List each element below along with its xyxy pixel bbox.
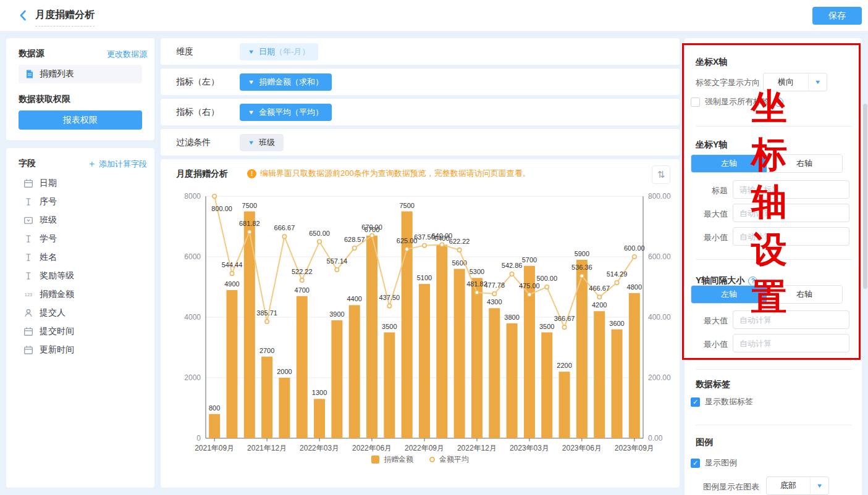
axis-min-input[interactable]: [733, 227, 849, 246]
field-item[interactable]: 姓名: [6, 248, 154, 267]
line-point[interactable]: [248, 230, 251, 234]
scrollbar-thumb[interactable]: [863, 104, 867, 289]
line-point[interactable]: [230, 272, 234, 275]
bar[interactable]: [471, 278, 482, 438]
line-point[interactable]: [405, 248, 408, 251]
check-icon: ✓: [693, 398, 698, 406]
bar[interactable]: [541, 333, 552, 439]
line-point[interactable]: [475, 291, 479, 294]
show-data-label-checkbox[interactable]: ✓: [691, 397, 700, 407]
legend-item[interactable]: 金额平均: [429, 454, 469, 465]
dimension-pill[interactable]: ▼ 日期（年-月）: [240, 43, 318, 60]
left-axis-tab[interactable]: 左轴: [691, 155, 767, 172]
bar[interactable]: [349, 305, 360, 438]
line-point[interactable]: [387, 304, 391, 307]
bar[interactable]: [436, 244, 447, 438]
line-point[interactable]: [615, 281, 618, 285]
line-point[interactable]: [492, 292, 496, 296]
add-calc-field-button[interactable]: ＋ 添加计算字段: [87, 158, 147, 170]
svg-text:4000: 4000: [184, 313, 201, 322]
field-item[interactable]: 123捐赠金额: [6, 285, 154, 304]
label-direction-dropdown[interactable]: 横向 ▼: [763, 73, 827, 91]
svg-text:2000: 2000: [277, 368, 292, 375]
line-point[interactable]: [440, 243, 444, 246]
legend-item[interactable]: 捐赠金额: [371, 454, 413, 465]
bar[interactable]: [612, 330, 623, 438]
legend-position-dropdown[interactable]: 底部 ▼: [766, 476, 829, 495]
metric-right-pill[interactable]: ▼ 金额平均（平均）: [240, 104, 332, 121]
bar[interactable]: [419, 284, 430, 438]
field-label: 学号: [40, 233, 57, 244]
axis-title-input[interactable]: [733, 180, 849, 199]
sort-button[interactable]: ⇅: [652, 165, 670, 184]
bar[interactable]: [507, 323, 518, 438]
line-point[interactable]: [423, 243, 426, 247]
metric-left-pill[interactable]: ▼ 捐赠金额（求和）: [240, 73, 332, 91]
line-point[interactable]: [510, 272, 513, 276]
left-axis-tab[interactable]: 左轴: [691, 286, 767, 303]
field-item[interactable]: 更新时间: [6, 341, 154, 359]
datasource-item[interactable]: 捐赠列表: [19, 65, 142, 83]
page-title[interactable]: 月度捐赠分析: [35, 9, 95, 27]
force-labels-checkbox[interactable]: [691, 98, 700, 107]
bar[interactable]: [454, 269, 465, 438]
right-axis-tab[interactable]: 右轴: [767, 286, 842, 303]
help-icon[interactable]: ?: [748, 277, 757, 286]
filter-pill[interactable]: ▼ 班级: [240, 134, 284, 151]
line-point[interactable]: [213, 194, 216, 198]
bar[interactable]: [244, 212, 255, 439]
bar[interactable]: [261, 357, 272, 438]
line-point[interactable]: [633, 255, 636, 259]
line-point[interactable]: [300, 278, 304, 282]
bar[interactable]: [297, 296, 308, 438]
chevron-down-icon: ▼: [248, 80, 255, 85]
bar[interactable]: [629, 293, 640, 438]
report-permission-button[interactable]: 报表权限: [19, 110, 142, 130]
bar[interactable]: [524, 266, 535, 438]
bar[interactable]: [366, 236, 377, 438]
y-axis-side-toggle: 左轴 右轴: [691, 154, 843, 173]
line-point[interactable]: [580, 274, 584, 278]
bar[interactable]: [402, 212, 413, 439]
interval-min-input[interactable]: [733, 334, 849, 352]
line-point[interactable]: [457, 248, 461, 252]
right-axis-tab[interactable]: 右轴: [767, 155, 842, 172]
chart-card: 月度捐赠分析 ! 编辑界面只取数据源前200条作为查询数据预览，完整数据请访问页…: [161, 159, 680, 488]
save-button[interactable]: 保存: [812, 7, 862, 25]
line-point[interactable]: [562, 325, 566, 329]
line-point[interactable]: [282, 235, 286, 238]
axis-max-input[interactable]: [733, 204, 849, 222]
legend-position-label: 图例显示在图表: [703, 481, 759, 493]
interval-max-input[interactable]: [733, 310, 849, 329]
show-legend-checkbox[interactable]: ✓: [691, 459, 700, 468]
change-datasource-link[interactable]: 更改数据源: [107, 49, 147, 60]
field-item[interactable]: 日期: [6, 174, 154, 193]
line-point[interactable]: [335, 268, 339, 272]
bar[interactable]: [594, 311, 605, 438]
bar[interactable]: [489, 308, 500, 438]
line-point[interactable]: [353, 246, 356, 250]
line-point[interactable]: [597, 295, 601, 299]
line-point[interactable]: [265, 320, 269, 323]
field-item[interactable]: 学号: [6, 230, 154, 248]
donation-chart[interactable]: 00.002000200.004000400.006000600.0080008…: [161, 185, 680, 457]
bar[interactable]: [559, 372, 570, 438]
back-button[interactable]: [16, 8, 31, 23]
bar[interactable]: [226, 290, 237, 438]
bar[interactable]: [279, 378, 290, 438]
bar[interactable]: [331, 320, 342, 438]
field-item[interactable]: 提交时间: [6, 322, 154, 341]
bar[interactable]: [384, 333, 395, 439]
field-item[interactable]: 序号: [6, 193, 154, 211]
svg-text:2023年03月: 2023年03月: [510, 444, 549, 452]
line-point[interactable]: [318, 239, 321, 243]
field-item[interactable]: 奖励等级: [6, 267, 154, 285]
bar[interactable]: [209, 414, 220, 438]
line-point[interactable]: [528, 293, 531, 296]
field-item[interactable]: 班级: [6, 211, 154, 230]
bar[interactable]: [314, 399, 325, 438]
help-icon[interactable]: ?: [774, 98, 783, 107]
line-point[interactable]: [370, 234, 374, 238]
field-item[interactable]: 提交人: [6, 304, 154, 322]
line-point[interactable]: [545, 285, 549, 289]
